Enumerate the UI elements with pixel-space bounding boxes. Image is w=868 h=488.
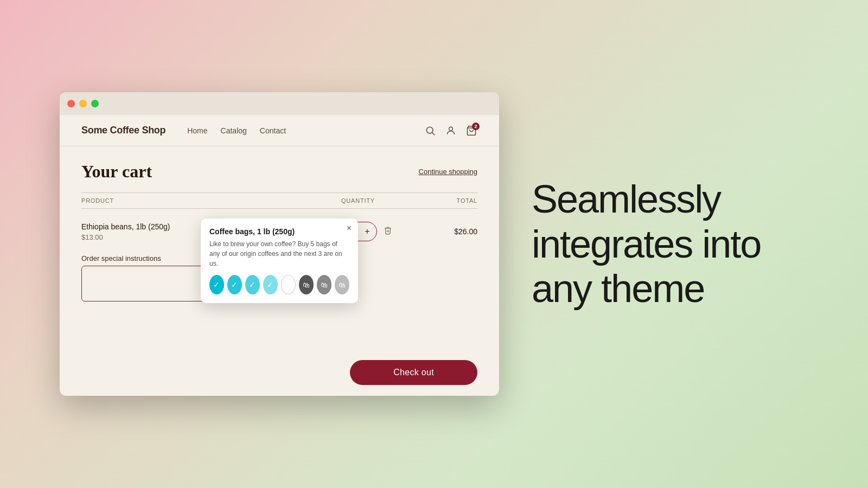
tooltip-title: Coffee bags, 1 lb (250g) xyxy=(209,227,349,236)
tooltip-icon-1: ✓ xyxy=(209,275,224,294)
tagline-line2: integrates into xyxy=(532,222,835,267)
shop-logo: Some Coffee Shop xyxy=(81,125,165,136)
col-product: PRODUCT xyxy=(81,197,304,204)
browser-titlebar xyxy=(60,92,499,115)
nav-icons: 2 xyxy=(424,125,477,137)
svg-point-2 xyxy=(449,127,453,131)
tooltip-icon-2: ✓ xyxy=(227,275,242,294)
checkout-button[interactable]: Check out xyxy=(350,360,477,385)
right-text: Seamlessly integrates into any theme xyxy=(499,155,868,333)
traffic-light-yellow[interactable] xyxy=(79,100,87,107)
qty-increase-button[interactable]: + xyxy=(358,222,376,241)
nav-link-catalog[interactable]: Catalog xyxy=(221,126,247,135)
cart-item-row: Ethiopia beans, 1lb (250g) $13.00 − 2 + xyxy=(81,213,477,250)
checkout-area: Check out xyxy=(350,360,477,385)
item-total: $26.00 xyxy=(412,227,477,236)
search-icon[interactable] xyxy=(424,125,436,137)
cart-header: Your cart Continue shopping xyxy=(81,162,477,182)
continue-shopping-link[interactable]: Continue shopping xyxy=(419,168,477,176)
col-quantity: QUANTITY xyxy=(304,197,412,204)
nav-link-contact[interactable]: Contact xyxy=(260,126,286,135)
cart-body: Your cart Continue shopping PRODUCT QUAN… xyxy=(60,146,499,396)
page-wrapper: Some Coffee Shop Home Catalog Contact xyxy=(0,0,868,488)
tooltip-icon-7: 🛍 xyxy=(317,275,331,294)
account-icon[interactable] xyxy=(445,125,457,137)
browser-window: Some Coffee Shop Home Catalog Contact xyxy=(60,92,499,396)
browser-content: Some Coffee Shop Home Catalog Contact xyxy=(60,115,499,396)
tagline-line1: Seamlessly xyxy=(532,177,835,222)
tooltip-icon-5 xyxy=(281,275,296,294)
tooltip-close-button[interactable]: × xyxy=(347,224,352,233)
tooltip-icon-8: 🛍 xyxy=(335,275,349,294)
cart-badge: 2 xyxy=(472,123,480,130)
cart-table-header: PRODUCT QUANTITY TOTAL xyxy=(81,192,477,209)
tagline: Seamlessly integrates into any theme xyxy=(532,177,835,311)
tooltip-icons: ✓ ✓ ✓ ✓ 🛍 🛍 🛍 xyxy=(209,275,349,294)
tooltip-icon-3: ✓ xyxy=(245,275,260,294)
nav-link-home[interactable]: Home xyxy=(187,126,207,135)
tagline-line3: any theme xyxy=(532,266,835,311)
traffic-light-red[interactable] xyxy=(67,100,75,107)
tooltip-icon-4: ✓ xyxy=(263,275,278,294)
instructions-textarea[interactable] xyxy=(81,266,212,301)
tooltip-description: Like to brew your own coffee? Buy 5 bags… xyxy=(209,239,349,268)
tooltip-popup: × Coffee bags, 1 lb (250g) Like to brew … xyxy=(201,219,358,303)
traffic-light-green[interactable] xyxy=(91,100,99,107)
traffic-lights xyxy=(67,100,99,107)
nav-links: Home Catalog Contact xyxy=(187,126,424,135)
svg-point-0 xyxy=(426,127,433,133)
col-total: TOTAL xyxy=(412,197,477,204)
svg-line-1 xyxy=(432,132,435,135)
shop-nav: Some Coffee Shop Home Catalog Contact xyxy=(60,115,499,146)
delete-item-button[interactable] xyxy=(384,226,392,237)
tooltip-icon-6: 🛍 xyxy=(299,275,314,294)
cart-title: Your cart xyxy=(81,162,152,182)
cart-icon[interactable]: 2 xyxy=(465,125,477,137)
